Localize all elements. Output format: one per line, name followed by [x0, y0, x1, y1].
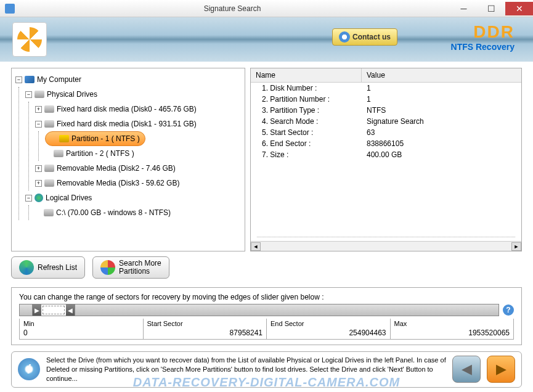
collapse-icon[interactable]: −	[25, 91, 32, 98]
tree-partition[interactable]: Partition - 2 ( NTFS )	[45, 146, 241, 161]
properties-panel: Name Value 1. Disk Number :12. Partition…	[250, 68, 522, 251]
contact-label: Contact us	[352, 33, 391, 41]
property-row: 4. Search Mode :Signature Search	[251, 116, 521, 127]
pie-chart-icon	[100, 260, 115, 275]
disk-icon	[44, 179, 54, 187]
sector-start-field: Start Sector 87958241	[144, 319, 267, 340]
column-name[interactable]: Name	[251, 68, 362, 82]
tree-drive[interactable]: + Fixed hard disk media (Disk0 - 465.76 …	[35, 102, 241, 116]
search-more-partitions-button[interactable]: Search More Partitions	[92, 256, 169, 279]
close-button[interactable]: ✕	[505, 2, 533, 15]
product-text: NTFS Recovery	[451, 42, 515, 52]
collapse-icon[interactable]: −	[15, 76, 22, 83]
partition-icon	[54, 150, 63, 157]
sector-range-panel: You can change the range of sectors for …	[11, 287, 522, 345]
app-logo	[12, 22, 47, 57]
header: Contact us DDR NTFS Recovery	[0, 17, 533, 62]
scroll-left-icon[interactable]: ◄	[251, 242, 261, 251]
collapse-icon[interactable]: −	[35, 121, 42, 128]
sector-hint: You can change the range of sectors for …	[19, 293, 514, 301]
refresh-icon	[19, 260, 34, 275]
tree-drive[interactable]: − Fixed hard disk media (Disk1 - 931.51 …	[35, 116, 241, 131]
property-row: 2. Partition Number :1	[251, 94, 521, 105]
property-row: 5. Start Sector :63	[251, 127, 521, 138]
brand-block: DDR NTFS Recovery	[451, 22, 515, 52]
tree-root[interactable]: − My Computer	[15, 72, 241, 87]
minimize-button[interactable]: ─	[450, 2, 478, 15]
tree-drive[interactable]: + Removable Media (Disk2 - 7.46 GB)	[35, 161, 241, 176]
drive-tree[interactable]: − My Computer − Physical Drives + Fixed …	[11, 68, 245, 251]
handle-left-icon[interactable]: ◀	[66, 304, 75, 316]
tree-drive[interactable]: + Removable Media (Disk3 - 59.62 GB)	[35, 176, 241, 190]
property-row: 3. Partition Type :NTFS	[251, 105, 521, 116]
slider-handle[interactable]: ▶ ◀	[32, 304, 75, 316]
maximize-button[interactable]: ☐	[478, 2, 505, 15]
tree-logical-drive[interactable]: C:\ (70.00 GB - windows 8 - NTFS)	[35, 205, 241, 220]
app-icon	[5, 4, 15, 14]
expand-icon[interactable]: +	[35, 165, 42, 172]
disk-icon	[44, 165, 54, 172]
property-row: 7. Size :400.00 GB	[251, 149, 521, 160]
scroll-right-icon[interactable]: ►	[511, 242, 521, 251]
sector-end-field: End Sector 254904463	[267, 319, 391, 340]
disk-icon	[44, 209, 54, 216]
help-icon[interactable]: ?	[503, 304, 514, 316]
watermark: DATA-RECOVERY-DIGITAL-CAMERA.COM	[0, 373, 533, 392]
refresh-list-button[interactable]: Refresh List	[11, 256, 85, 279]
logical-drives-icon	[35, 194, 43, 202]
contact-icon	[339, 31, 350, 43]
expand-icon[interactable]: +	[35, 106, 42, 113]
partition-icon	[59, 135, 69, 142]
expand-icon[interactable]: +	[35, 180, 42, 187]
sector-min-field: Min 0	[19, 319, 144, 340]
computer-icon	[25, 76, 35, 83]
collapse-icon[interactable]: −	[25, 195, 32, 202]
handle-right-icon[interactable]: ▶	[33, 304, 41, 316]
disk-icon	[44, 105, 54, 113]
sector-slider[interactable]: ▶ ◀	[19, 304, 499, 316]
tree-partition-selected[interactable]: Partition - 1 ( NTFS )	[45, 131, 145, 146]
column-value[interactable]: Value	[362, 68, 390, 82]
window-title: Signature Search	[15, 4, 450, 13]
disk-icon	[44, 120, 54, 128]
tree-logical-drives[interactable]: − Logical Drives	[25, 190, 241, 205]
titlebar: Signature Search ─ ☐ ✕	[0, 0, 533, 17]
property-row: 1. Disk Number :1	[251, 83, 521, 94]
tree-physical-drives[interactable]: − Physical Drives	[25, 87, 241, 102]
sector-max-field: Max 1953520065	[391, 319, 515, 340]
brand-text: DDR	[451, 22, 515, 42]
contact-us-button[interactable]: Contact us	[332, 28, 397, 46]
drives-icon	[35, 91, 44, 98]
properties-header: Name Value	[251, 68, 521, 83]
horizontal-scrollbar[interactable]: ◄ ►	[251, 241, 521, 251]
property-row: 6. End Sector :838866105	[251, 138, 521, 149]
